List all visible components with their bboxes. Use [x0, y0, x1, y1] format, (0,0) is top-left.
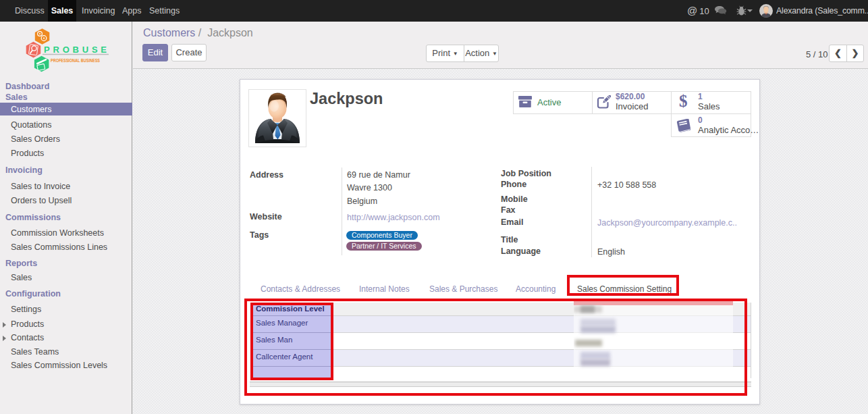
- svg-text:PROFESSIONAL BUSINESS: PROFESSIONAL BUSINESS: [51, 57, 100, 63]
- svg-text:PROBUSE: PROBUSE: [44, 45, 107, 55]
